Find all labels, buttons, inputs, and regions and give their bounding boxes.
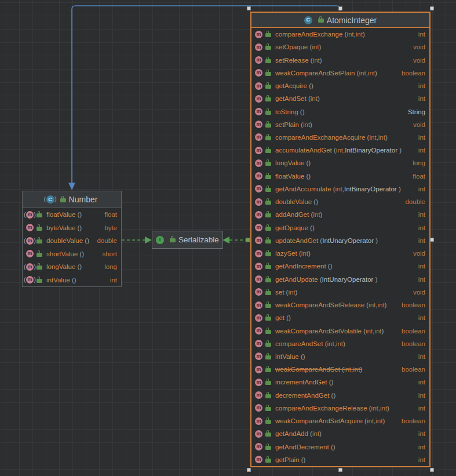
selection-handle-top-center[interactable] — [338, 6, 342, 10]
method-signature: toString () — [275, 108, 305, 115]
method-name: byteValue — [46, 224, 75, 231]
paren-close: ) — [79, 263, 82, 270]
method-signature: compareAndExchangeAcquire (int, int) — [275, 134, 388, 141]
method-row[interactable]: mgetAndUpdate (IntUnaryOperator )int — [251, 272, 429, 285]
method-row[interactable]: mupdateAndGet (IntUnaryOperator )int — [251, 234, 429, 247]
return-type: short — [97, 250, 117, 257]
method-row[interactable]: mgetAndDecrement ()int — [251, 441, 429, 453]
method-signature: weakCompareAndSetAcquire (int, int) — [275, 417, 385, 424]
return-type: double — [400, 198, 425, 205]
method-row[interactable]: mweakCompareAndSetAcquire (int, int)bool… — [251, 415, 429, 427]
edge-endpoint-marker[interactable] — [246, 238, 250, 242]
selection-handle-bottom-left[interactable] — [247, 468, 251, 472]
method-row[interactable]: mgetPlain ()int — [251, 453, 429, 466]
selection-handle-bottom-right[interactable] — [430, 468, 434, 472]
method-icon: m — [255, 211, 262, 219]
method-row[interactable]: msetPlain (int)void — [251, 118, 429, 131]
method-icon: m — [255, 404, 262, 412]
method-row[interactable]: mweakCompareAndSet (int, int)boolean — [251, 363, 429, 376]
paren-close: ) — [74, 277, 76, 284]
method-row[interactable]: mfloatValue ()float — [251, 170, 429, 183]
method-name: incrementAndGet — [275, 379, 327, 386]
param-type: int — [377, 301, 384, 308]
method-signature: longValue () — [275, 159, 311, 166]
selection-handle-top-right[interactable] — [430, 6, 434, 10]
method-row[interactable]: mweakCompareAndSetVolatile (int, int)boo… — [251, 324, 429, 337]
return-type: double — [92, 237, 117, 244]
class-node-atomicinteger[interactable]: C AtomicInteger mcompareAndExchange (int… — [250, 12, 431, 467]
method-name: compareAndExchange — [275, 31, 342, 38]
method-row[interactable]: mlazySet (int)void — [251, 247, 429, 260]
method-row[interactable]: mlongValue ()long — [23, 260, 121, 274]
paren-open: ( — [355, 70, 359, 77]
lock-icon — [60, 198, 66, 202]
method-row[interactable]: mcompareAndExchange (int, int)int — [251, 28, 429, 41]
paren-open: ( — [284, 289, 288, 296]
return-type: int — [414, 186, 425, 192]
selection-handle-right-middle[interactable] — [430, 238, 434, 242]
method-row[interactable]: msetOpaque (int)void — [251, 41, 429, 53]
method-icon: m — [255, 224, 262, 231]
method-row[interactable]: mdecrementAndGet ()int — [251, 389, 429, 402]
method-signature: weakCompareAndSetPlain (int, int) — [275, 70, 377, 77]
paren-open: ( — [312, 198, 316, 205]
param-type: int — [327, 340, 334, 347]
interface-node-serializable[interactable]: I Serializable — [152, 231, 223, 249]
method-row[interactable]: mcompareAndExchangeAcquire (int, int)int — [251, 131, 429, 144]
method-row[interactable]: mgetAcquire ()int — [251, 79, 429, 92]
class-header-atomicinteger[interactable]: C AtomicInteger — [251, 13, 429, 28]
method-row[interactable]: mdoubleValue ()double — [251, 195, 429, 208]
method-row[interactable]: mgetAndAdd (int)int — [251, 427, 429, 440]
method-row[interactable]: mincrementAndGet ()int — [251, 376, 429, 388]
method-row[interactable]: mintValue ()int — [251, 350, 429, 363]
class-header-number[interactable]: C Number — [23, 191, 121, 208]
method-name: floatValue — [275, 173, 304, 180]
method-name: setOpaque — [275, 43, 308, 50]
param-type: IntBinaryOperator — [344, 186, 397, 192]
method-row[interactable]: mweakCompareAndSetPlain (int, int)boolea… — [251, 67, 429, 79]
method-name: getAndIncrement — [275, 263, 326, 270]
method-signature: getOpaque () — [275, 224, 315, 231]
method-row[interactable]: mintValue ()int — [23, 274, 121, 287]
method-row[interactable]: mweakCompareAndSetRelease (int, int)bool… — [251, 299, 429, 311]
method-name: accumulateAndGet — [275, 147, 332, 154]
method-row[interactable]: maddAndGet (int)int — [251, 208, 429, 221]
method-name: decrementAndGet — [275, 392, 329, 399]
return-type: int — [414, 237, 425, 244]
method-row[interactable]: mgetAndAccumulate (int, IntBinaryOperato… — [251, 183, 429, 195]
method-icon: m — [26, 224, 34, 231]
method-row[interactable]: mgetAndSet (int)int — [251, 92, 429, 105]
method-row[interactable]: mgetOpaque ()int — [251, 221, 429, 234]
method-row[interactable]: mcompareAndSet (int, int)boolean — [251, 337, 429, 350]
method-row[interactable]: mcompareAndExchangeRelease (int, int)int — [251, 402, 429, 415]
method-row[interactable]: mlongValue ()long — [251, 157, 429, 169]
method-row[interactable]: mgetAndIncrement ()int — [251, 260, 429, 272]
paren-close: ) — [385, 134, 388, 141]
paren-close: ) — [302, 108, 305, 115]
method-row[interactable]: mdoubleValue ()double — [23, 234, 121, 248]
return-type: int — [414, 82, 425, 89]
selection-handle-top-left[interactable] — [247, 6, 251, 10]
method-row[interactable]: maccumulateAndGet (int, IntBinaryOperato… — [251, 144, 429, 157]
method-icon: m — [255, 69, 262, 77]
lock-icon — [265, 278, 271, 282]
method-row[interactable]: mfloatValue ()float — [23, 208, 121, 221]
return-type: int — [414, 430, 425, 437]
method-row[interactable]: mshortValue ()short — [23, 248, 121, 261]
method-row[interactable]: mget ()int — [251, 311, 429, 324]
param-type: int — [301, 250, 308, 257]
class-node-number[interactable]: C Number mfloatValue ()floatmbyteValue (… — [22, 191, 122, 287]
param-type: int — [313, 211, 320, 218]
lock-icon — [265, 162, 271, 166]
paren-open: ( — [308, 43, 312, 50]
param-type: int — [336, 147, 343, 154]
method-row[interactable]: mset (int)void — [251, 286, 429, 299]
method-row[interactable]: mbyteValue ()byte — [23, 221, 121, 235]
lock-icon — [265, 188, 271, 192]
method-row[interactable]: msetRelease (int)void — [251, 53, 429, 66]
paren-close: ) — [289, 314, 291, 321]
method-row[interactable]: mtoString ()String — [251, 105, 429, 118]
selection-handle-bottom-center[interactable] — [338, 468, 342, 472]
interface-header-serializable[interactable]: I Serializable — [152, 231, 222, 248]
method-signature: weakCompareAndSetRelease (int, int) — [275, 301, 386, 308]
